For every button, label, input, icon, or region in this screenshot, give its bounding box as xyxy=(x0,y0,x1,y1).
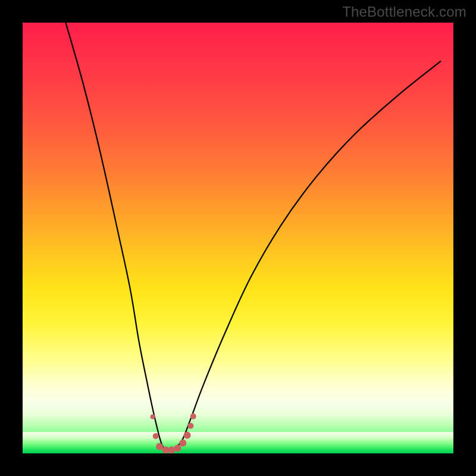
trough-marker xyxy=(151,415,155,419)
trough-markers xyxy=(151,414,196,454)
plot-area xyxy=(23,23,453,453)
trough-marker xyxy=(187,423,193,429)
chart-frame: TheBottleneck.com xyxy=(0,0,476,476)
trough-marker xyxy=(184,432,191,439)
trough-marker xyxy=(174,444,181,452)
watermark-text: TheBottleneck.com xyxy=(342,4,466,20)
trough-marker xyxy=(168,446,176,453)
curve-layer xyxy=(23,23,453,453)
trough-marker xyxy=(153,433,159,439)
bottleneck-curve xyxy=(65,23,440,451)
trough-marker xyxy=(156,443,163,450)
trough-marker xyxy=(179,440,186,447)
trough-marker xyxy=(190,414,196,419)
